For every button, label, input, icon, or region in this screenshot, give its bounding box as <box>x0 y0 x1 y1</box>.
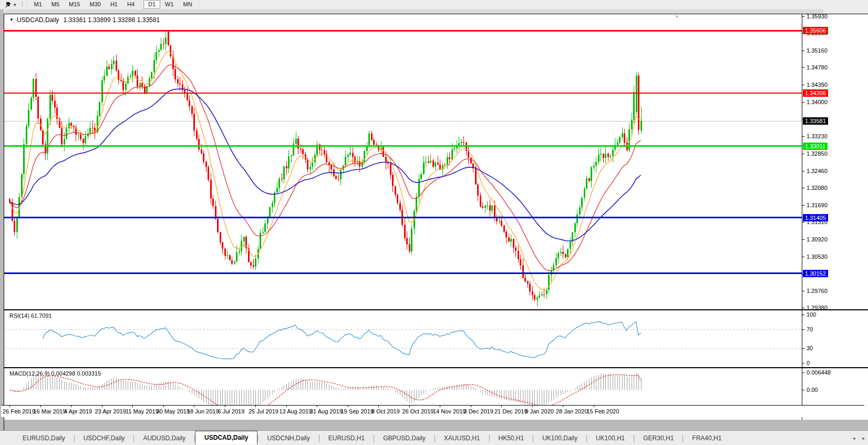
price-tick: 1.30530 <box>802 254 828 260</box>
price-tick: 1.34390 <box>802 82 828 88</box>
date-tick <box>378 406 379 407</box>
date-tick <box>563 406 563 407</box>
tab-fra40-h1[interactable]: FRA40,H1 <box>683 432 730 444</box>
price-tick: 1.30920 <box>802 236 828 242</box>
price-chart-canvas[interactable] <box>4 14 802 309</box>
toolbar-separator <box>27 1 28 8</box>
price-badge: 1.34206 <box>803 89 828 97</box>
tab-uk100-h1[interactable]: UK100,H1 <box>587 432 634 444</box>
price-tick: 1.34000 <box>802 99 828 105</box>
date-tick <box>286 406 287 407</box>
date-label: 28 Jan 2020 <box>556 408 588 414</box>
date-tick <box>532 406 533 407</box>
date-tick <box>225 406 225 407</box>
macd-label: MACD(12,26,9) 0.004298 0.003315 <box>9 370 101 377</box>
rsi-axis: 10070300 <box>802 310 868 368</box>
timeframes-dropdown-caret[interactable]: ▾ <box>14 2 16 7</box>
rsi-canvas[interactable] <box>4 310 802 367</box>
tab-xauusd-h1[interactable]: XAUUSD,H1 <box>435 432 489 444</box>
date-label: 13 Aug 2019 <box>280 408 312 414</box>
date-tick <box>440 406 440 407</box>
date-label: 26 Feb 2019 <box>3 408 35 414</box>
tab-ger30-h1[interactable]: GER30,H1 <box>634 432 683 444</box>
price-badge: 1.35606 <box>803 27 828 34</box>
date-tick <box>317 406 317 407</box>
chart-title: ▼ USDCAD,Daily 1.33361 1.33899 1.33286 1… <box>9 16 160 24</box>
toolbar-separator <box>141 1 142 8</box>
mt4-window: ▾ M1M5M15M30H1H4D1W1MN ▼ ▼ USDCAD,Daily … <box>0 0 868 445</box>
date-label: 16 Mar 2019 <box>34 408 66 414</box>
date-tick <box>409 406 410 407</box>
tab-uk100-daily[interactable]: UK100,Daily <box>533 432 586 444</box>
chart-shift-marker: ▼ <box>675 15 679 19</box>
tab-usdchf-daily[interactable]: USDCHF,Daily <box>75 432 134 444</box>
date-label: 26 Oct 2019 <box>402 408 434 414</box>
rsi-panel: RSI(14) 61.7091 10070300 <box>4 309 868 368</box>
price-badge: 1.31405 <box>803 214 828 221</box>
tab-usdcad-daily[interactable]: USDCAD,Daily <box>195 431 257 444</box>
date-label: 6 Jul 2019 <box>218 408 245 414</box>
price-badge: 1.33581 <box>803 117 828 125</box>
macd-tick: 0.00 <box>802 387 818 393</box>
chart-scrollbar[interactable] <box>4 9 868 14</box>
title-caret-icon: ▼ <box>9 17 14 23</box>
timeframe-d1[interactable]: D1 <box>143 0 160 9</box>
tab-usdcnh-daily[interactable]: USDCNH,Daily <box>258 432 318 444</box>
chart-symbol: USDCAD,Daily <box>17 16 59 24</box>
rsi-tick: 70 <box>802 326 813 332</box>
timeframe-m1[interactable]: M1 <box>29 0 47 9</box>
price-tick: 1.32460 <box>802 168 828 174</box>
date-tick <box>9 406 10 407</box>
tab-eurusd-h1[interactable]: EURUSD,H1 <box>319 432 374 444</box>
date-label: 25 Jul 2019 <box>249 408 278 414</box>
tab-audusd-daily[interactable]: AUDUSD,Daily <box>134 432 194 444</box>
date-tick <box>71 406 71 407</box>
date-label: 14 Nov 2019 <box>433 408 466 414</box>
date-label: 30 May 2019 <box>157 408 190 414</box>
tab-gbpusd-daily[interactable]: GBPUSD,Daily <box>374 432 435 444</box>
timeframe-h1[interactable]: H1 <box>106 0 122 9</box>
date-label: 9 Jan 2020 <box>525 408 554 414</box>
date-axis: 26 Feb 201916 Mar 20194 Apr 201923 Apr 2… <box>1 405 864 417</box>
price-tick: 1.31690 <box>802 202 828 208</box>
price-tick: 1.34780 <box>802 64 828 70</box>
timeframe-m5[interactable]: M5 <box>47 0 64 9</box>
price-tick: 1.32850 <box>802 150 828 157</box>
chart-tabs: EURUSD,DailyUSDCHF,DailyAUDUSD,DailyUSDC… <box>0 431 730 445</box>
price-tick: 1.32080 <box>802 185 828 191</box>
date-label: 19 Sep 2019 <box>341 408 374 414</box>
date-tick <box>163 406 164 407</box>
timeframes-icon[interactable] <box>4 2 12 8</box>
toolbar-grip <box>22 2 23 8</box>
tab-eurusd-daily[interactable]: EURUSD,Daily <box>14 432 74 444</box>
price-axis: 1.359301.355501.351601.347801.343901.340… <box>802 14 868 310</box>
rsi-tick: 100 <box>802 311 816 318</box>
date-label: 15 Feb 2020 <box>587 408 619 414</box>
price-panel: ▼ ▼ USDCAD,Daily 1.33361 1.33899 1.33286… <box>4 14 868 310</box>
date-tick <box>348 406 348 407</box>
timeframe-w1[interactable]: W1 <box>160 0 179 9</box>
tabs-scroll-left-icon[interactable]: ◂ <box>853 436 855 441</box>
date-tick <box>102 406 102 407</box>
chart-scrollbar-thumb[interactable] <box>5 9 823 13</box>
date-label: 31 Aug 2019 <box>310 408 343 414</box>
price-tick: 1.29760 <box>802 288 828 294</box>
chart-area: ▼ ▼ USDCAD,Daily 1.33361 1.33899 1.33286… <box>4 14 868 430</box>
date-tick <box>194 406 194 407</box>
date-label: 3 Dec 2019 <box>464 408 493 414</box>
timeframe-h4[interactable]: H4 <box>122 0 139 9</box>
date-tick <box>471 406 471 407</box>
date-tick <box>594 406 594 407</box>
date-tick <box>40 406 41 407</box>
timeframe-buttons: M1M5M15M30H1H4D1W1MN <box>25 0 201 9</box>
tab-hk50-h1[interactable]: HK50,H1 <box>490 432 533 444</box>
date-label: 11 May 2019 <box>126 408 159 414</box>
date-label: 18 Jun 2019 <box>187 408 219 414</box>
timeframe-m30[interactable]: M30 <box>85 0 106 9</box>
timeframe-mn[interactable]: MN <box>179 0 197 9</box>
timeframe-m15[interactable]: M15 <box>64 0 85 9</box>
price-tick: 1.35160 <box>802 47 828 54</box>
tabs-scroll-right-icon[interactable]: ▸ <box>862 436 865 441</box>
rsi-tick: 30 <box>802 345 813 351</box>
date-label: 21 Dec 2019 <box>494 408 527 414</box>
